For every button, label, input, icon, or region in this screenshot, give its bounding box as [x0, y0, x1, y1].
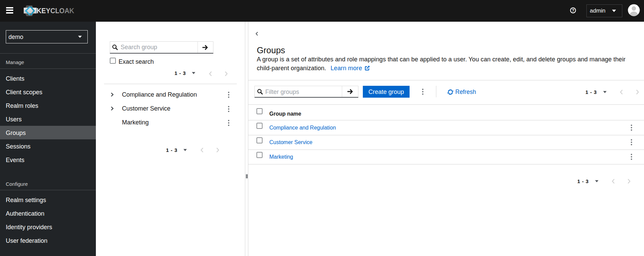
svg-text:KEYCLOAK: KEYCLOAK: [37, 6, 75, 15]
svg-text:?: ?: [572, 8, 575, 13]
